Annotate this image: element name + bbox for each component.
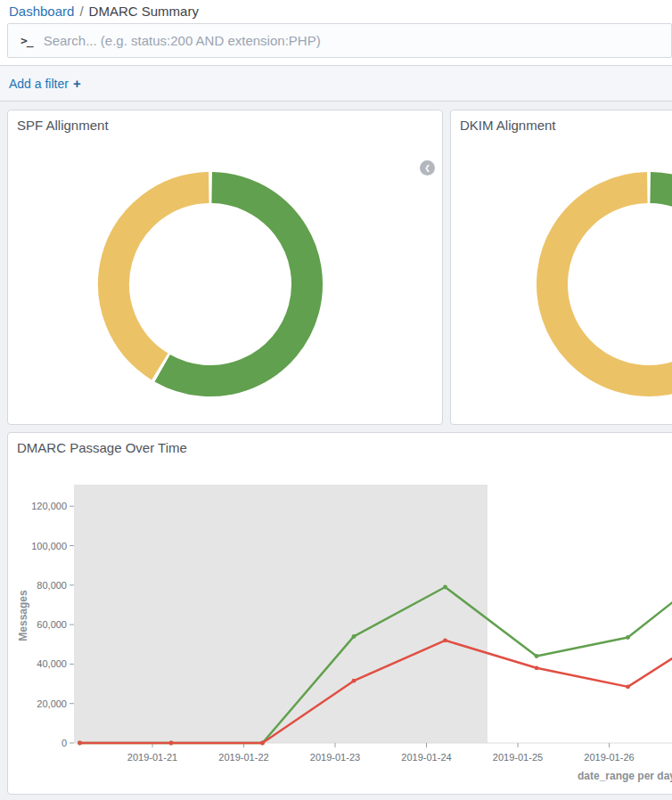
svg-text:2019-01-26: 2019-01-26: [584, 752, 634, 763]
chevron-left-icon: ❮: [424, 164, 430, 172]
search-input[interactable]: [44, 33, 671, 48]
spf-donut-chart[interactable]: [8, 110, 442, 424]
header: Dashboard/DMARC Summary >_: [0, 0, 672, 65]
svg-text:0: 0: [61, 738, 67, 748]
dkim-alignment-panel: DKIM Alignment ❮: [450, 110, 672, 425]
filter-bar: Add a filter+: [0, 65, 672, 102]
dkim-donut-chart[interactable]: [451, 110, 672, 424]
svg-text:100,000: 100,000: [31, 541, 67, 551]
terminal-prompt-icon: >_: [8, 34, 44, 47]
breadcrumb-current: DMARC Summary: [89, 4, 199, 19]
svg-text:2019-01-24: 2019-01-24: [401, 752, 451, 763]
search-bar: >_: [7, 23, 672, 58]
svg-text:120,000: 120,000: [31, 501, 67, 511]
plus-icon: +: [73, 76, 81, 91]
svg-text:date_range per day: date_range per day: [578, 770, 672, 782]
breadcrumb-separator: /: [79, 4, 83, 19]
dashboard-screen: Dashboard/DMARC Summary >_ Add a filter+…: [0, 0, 672, 800]
legend-toggle-button[interactable]: ❮: [420, 160, 435, 176]
svg-text:2019-01-23: 2019-01-23: [310, 752, 360, 763]
breadcrumb: Dashboard/DMARC Summary: [9, 3, 199, 20]
spf-alignment-panel: SPF Allignment ❮: [7, 110, 443, 425]
svg-text:40,000: 40,000: [37, 658, 67, 669]
svg-text:60,000: 60,000: [37, 619, 67, 630]
add-filter-button[interactable]: Add a filter+: [9, 76, 81, 91]
svg-text:Messages: Messages: [17, 590, 29, 641]
dmarc-passage-panel: DMARC Passage Over Time 020,00040,00060,…: [7, 432, 672, 795]
svg-text:20,000: 20,000: [37, 698, 67, 709]
svg-text:80,000: 80,000: [37, 580, 67, 591]
breadcrumb-dashboard-link[interactable]: Dashboard: [9, 4, 74, 19]
svg-text:2019-01-21: 2019-01-21: [127, 752, 177, 763]
svg-text:2019-01-22: 2019-01-22: [218, 752, 268, 763]
dmarc-line-chart[interactable]: 020,00040,00060,00080,000100,000120,0002…: [8, 433, 672, 794]
add-filter-label: Add a filter: [9, 77, 69, 91]
svg-text:2019-01-25: 2019-01-25: [493, 752, 543, 763]
